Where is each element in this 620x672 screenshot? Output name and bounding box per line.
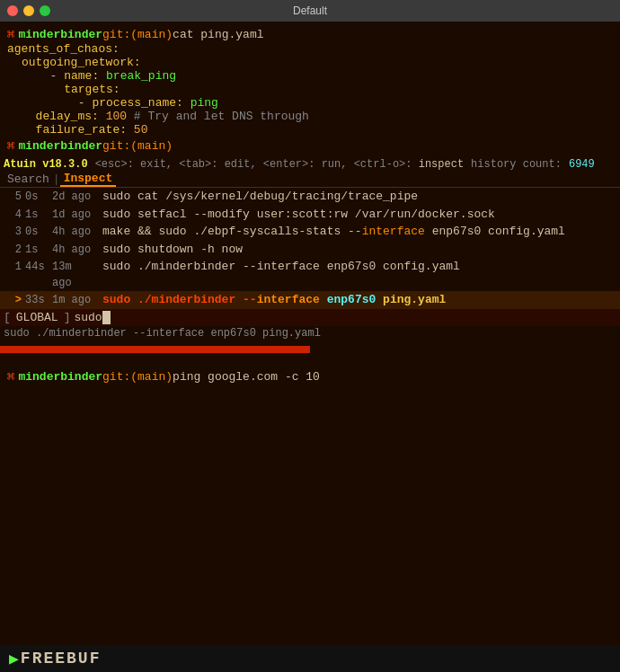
atuin-count: 6949 (569, 158, 595, 171)
history-list: 5 0s 2d ago sudo cat /sys/kernel/debug/t… (0, 188, 620, 309)
preview-cmd: sudo ./minderbinder --interface enp67s0 … (0, 326, 620, 340)
prompt-user-1: minderbinder (18, 28, 102, 41)
h-idx-3: 3 (4, 224, 22, 240)
terminal-top: ⌘ minderbinder git:(main) cat ping.yaml … (0, 22, 620, 155)
history-row-2[interactable]: 2 1s 4h ago sudo shutdown -h now (0, 241, 620, 259)
red-progress-bar (0, 346, 310, 353)
cursor-bracket-open: [ (4, 311, 11, 324)
h-time-5: 2d ago (52, 189, 97, 205)
atuin-version: Atuin v18.3.0 (4, 158, 88, 171)
h-dur-2: 1s (25, 242, 50, 258)
preview-text: sudo ./minderbinder --interface enp67s0 … (4, 327, 321, 340)
h-idx-4: 4 (4, 207, 22, 223)
cursor-bracket-close: ] (64, 311, 71, 324)
window-title: Default (293, 4, 327, 17)
atuin-tabs: Search | Inspect (0, 172, 620, 188)
h-cmd-sel: sudo ./minderbinder --interface enp67s0 … (102, 291, 616, 309)
tab-search[interactable]: Search (4, 172, 53, 186)
h-time-1: 13m ago (52, 259, 97, 291)
prompt-git-bottom: git:(main) (102, 370, 173, 384)
prompt-line-1: ⌘ minderbinder git:(main) cat ping.yaml (7, 27, 613, 42)
traffic-lights (7, 5, 50, 16)
cursor-text: sudo (70, 311, 102, 324)
history-row-1[interactable]: 1 44s 13m ago sudo ./minderbinder --inte… (0, 258, 620, 291)
h-dur-3: 0s (25, 224, 50, 240)
h-time-2: 4h ago (52, 242, 97, 258)
atuin-count-label: history count: (471, 158, 562, 171)
h-dur-1: 44s (25, 259, 50, 275)
yaml-line-6: failure_rate: 50 (7, 123, 613, 137)
h-idx-sel: > (4, 292, 22, 308)
tab-separator: | (53, 172, 60, 186)
yaml-line-3: targets: (7, 83, 613, 96)
h-cmd-3: make && sudo ./ebpf-syscalls-stats --int… (102, 223, 616, 241)
yaml-line-1: outgoing_network: (7, 56, 613, 69)
prompt-cmd-1: cat ping.yaml (173, 28, 263, 41)
prompt-git-2: git:(main) (102, 139, 173, 153)
yaml-line-5: delay_ms: 100 # Try and let DNS through (7, 110, 613, 123)
h-idx-1: 1 (4, 259, 22, 275)
text-cursor (102, 311, 111, 324)
atuin-ui: Atuin v18.3.0 <esc>: exit, <tab>: edit, … (0, 155, 620, 355)
yaml-line-0: agents_of_chaos: (7, 42, 613, 56)
history-row-3[interactable]: 3 0s 4h ago make && sudo ./ebpf-syscalls… (0, 223, 620, 241)
prompt-icon-2: ⌘ (7, 138, 14, 154)
h-idx-5: 5 (4, 189, 22, 205)
tab-inspect[interactable]: Inspect (60, 172, 117, 187)
prompt-icon-bottom: ⌘ (7, 369, 14, 385)
atuin-header-row: Atuin v18.3.0 <esc>: exit, <tab>: edit, … (0, 157, 620, 172)
yaml-line-4: - process_name: ping (7, 96, 613, 110)
freebuf-footer: ▶ FREEBUF (0, 645, 620, 672)
h-cmd-2: sudo shutdown -h now (102, 241, 616, 259)
h-cmd-1: sudo ./minderbinder --interface enp67s0 … (102, 258, 616, 276)
cursor-scope: GLOBAL (11, 311, 64, 324)
h-dur-5: 0s (25, 189, 50, 205)
freebuf-icon: ▶ (9, 649, 19, 668)
prompt-user-2: minderbinder (18, 139, 102, 153)
h-cmd-5: sudo cat /sys/kernel/debug/tracing/trace… (102, 188, 616, 206)
h-time-3: 4h ago (52, 224, 97, 240)
h-dur-4: 1s (25, 207, 50, 223)
minimize-button[interactable] (23, 5, 34, 16)
h-dur-sel: 33s (25, 292, 50, 308)
history-row-4[interactable]: 4 1s 1d ago sudo setfacl --modify user:s… (0, 206, 620, 224)
history-row-5[interactable]: 5 0s 2d ago sudo cat /sys/kernel/debug/t… (0, 188, 620, 206)
prompt-cmd-bottom: ping google.com -c 10 (173, 370, 320, 384)
h-idx-2: 2 (4, 242, 22, 258)
yaml-line-2: - name: break_ping (7, 69, 613, 83)
h-time-4: 1d ago (52, 207, 97, 223)
prompt-line-2: ⌘ minderbinder git:(main) (7, 138, 613, 154)
freebuf-logo: FREEBUF (21, 650, 102, 668)
close-button[interactable] (7, 5, 18, 16)
prompt-git-1: git:(main) (102, 28, 173, 41)
h-cmd-4: sudo setfacl --modify user:scott:rw /var… (102, 206, 616, 224)
h-time-sel: 1m ago (52, 292, 97, 308)
prompt-icon-1: ⌘ (7, 27, 14, 42)
title-bar: Default (0, 0, 620, 22)
atuin-shortcuts: <esc>: exit, <tab>: edit, <enter>: run, … (95, 158, 464, 171)
cursor-input-line[interactable]: [ GLOBAL ] sudo (0, 309, 620, 326)
prompt-user-bottom: minderbinder (18, 370, 102, 384)
maximize-button[interactable] (40, 5, 50, 16)
terminal-bottom: ⌘ minderbinder git:(main) ping google.co… (0, 362, 620, 388)
history-row-selected[interactable]: > 33s 1m ago sudo ./minderbinder --inter… (0, 291, 620, 309)
prompt-line-bottom: ⌘ minderbinder git:(main) ping google.co… (7, 369, 613, 385)
